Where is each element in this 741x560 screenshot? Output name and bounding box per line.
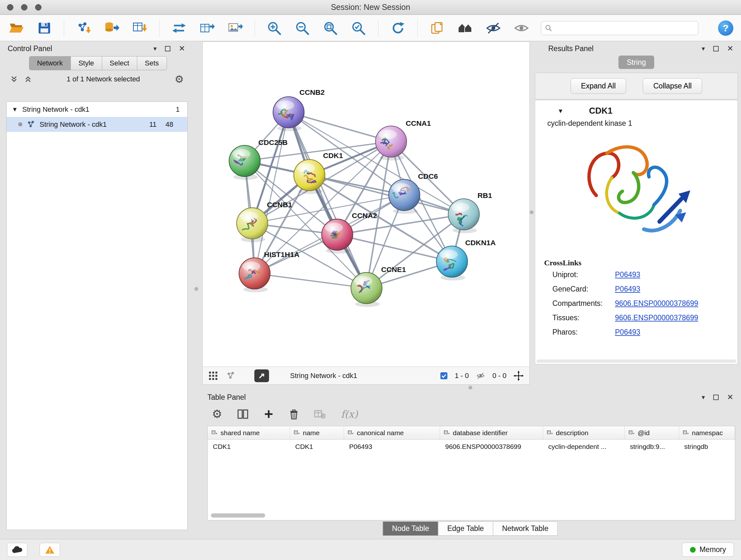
string-tab[interactable]: String: [618, 56, 654, 69]
chevron-down-icon[interactable]: ▾: [702, 393, 705, 401]
disclosure-icon[interactable]: ▼: [557, 108, 563, 115]
zoom-selected-icon[interactable]: [350, 20, 367, 37]
import-table-icon[interactable]: [131, 20, 148, 37]
network-overview-icon[interactable]: [226, 371, 235, 380]
close-panel-icon[interactable]: ✕: [727, 393, 733, 401]
horizontal-scrollbar[interactable]: [211, 513, 265, 517]
crosslink-tissues[interactable]: 9606.ENSP00000378699: [615, 314, 729, 322]
network-edge[interactable]: [255, 112, 289, 273]
close-window-button[interactable]: [7, 4, 13, 10]
hidden-eye-icon[interactable]: [476, 372, 485, 380]
hide-graphics-icon[interactable]: [485, 20, 502, 37]
expand-all-button[interactable]: Expand All: [570, 78, 626, 94]
column-header-canonical-name[interactable]: canonical name: [344, 426, 440, 440]
import-network-database-icon[interactable]: [103, 20, 120, 37]
network-edge[interactable]: [337, 235, 452, 261]
pan-crosshair-icon[interactable]: [514, 371, 524, 381]
import-network-file-icon[interactable]: [75, 20, 92, 37]
network-node-rb1[interactable]: RB1: [448, 191, 492, 233]
delete-table-icon[interactable]: [314, 409, 326, 419]
horizontal-splitter-handle[interactable]: [468, 386, 472, 389]
memory-button[interactable]: Memory: [682, 543, 734, 557]
column-header-description[interactable]: description: [543, 426, 625, 440]
function-builder-icon[interactable]: f(x): [341, 408, 358, 420]
tab-network-table[interactable]: Network Table: [493, 521, 557, 536]
disclosure-icon[interactable]: ▼: [12, 106, 18, 113]
network-node-ccnb2[interactable]: CCNB2: [273, 88, 325, 131]
grid-view-icon[interactable]: [208, 371, 218, 381]
minimize-window-button[interactable]: [21, 4, 27, 10]
collapse-all-icon[interactable]: [24, 75, 32, 83]
chevron-down-icon[interactable]: ▾: [702, 45, 705, 52]
zoom-out-icon[interactable]: [294, 20, 311, 37]
tab-network[interactable]: Network: [29, 56, 71, 70]
open-session-icon[interactable]: [8, 20, 25, 37]
expand-all-icon[interactable]: [10, 75, 18, 83]
warning-button[interactable]: [40, 543, 60, 557]
network-node-cdc6[interactable]: CDC6: [387, 172, 438, 214]
table-settings-gear-icon[interactable]: ⚙: [212, 408, 222, 420]
crosslink-compartments[interactable]: 9606.ENSP00000378699: [615, 299, 729, 308]
save-session-icon[interactable]: [36, 20, 53, 37]
help-button[interactable]: ?: [718, 20, 733, 36]
results-scrollbar[interactable]: [536, 360, 736, 363]
zoom-fit-icon[interactable]: [322, 20, 339, 37]
zoom-window-button[interactable]: [35, 4, 42, 10]
home-networks-icon[interactable]: [457, 20, 474, 37]
crosslink-pharos[interactable]: P06493: [615, 328, 729, 336]
close-panel-icon[interactable]: ✕: [727, 44, 733, 53]
table-cell[interactable]: CDK1: [290, 440, 344, 454]
column-header-id[interactable]: @id: [625, 426, 679, 440]
table-row[interactable]: CDK1 CDK1 P06493 9606.ENSP00000378699 cy…: [208, 440, 735, 454]
network-row-selected[interactable]: String Network - cdk1 11 48: [7, 117, 187, 132]
search-input[interactable]: [555, 24, 694, 32]
crosslink-genecard[interactable]: P06493: [615, 285, 729, 294]
chevron-down-icon[interactable]: ▾: [153, 45, 157, 52]
crosslink-uniprot[interactable]: P06493: [615, 270, 729, 279]
tab-select[interactable]: Select: [102, 56, 137, 70]
column-header-database-identifier[interactable]: database identifier: [440, 426, 543, 440]
tab-sets[interactable]: Sets: [137, 56, 167, 70]
zoom-in-icon[interactable]: [266, 20, 283, 37]
tab-edge-table[interactable]: Edge Table: [438, 521, 493, 536]
network-edge[interactable]: [255, 273, 367, 288]
tab-style[interactable]: Style: [71, 56, 102, 70]
float-panel-icon[interactable]: [165, 46, 171, 51]
table-cell[interactable]: stringdb: [679, 440, 735, 454]
network-edge[interactable]: [288, 112, 391, 142]
network-node-cdkn1a[interactable]: CDKN1A: [436, 239, 495, 281]
float-panel-icon[interactable]: [713, 395, 719, 400]
table-cell[interactable]: cyclin-dependent ...: [543, 440, 625, 454]
vertical-splitter-handle[interactable]: [530, 210, 534, 214]
selected-checkbox-icon[interactable]: [440, 372, 448, 380]
tab-node-table[interactable]: Node Table: [383, 521, 439, 536]
search-field[interactable]: [541, 21, 698, 35]
close-panel-icon[interactable]: ✕: [179, 44, 185, 53]
protein-section-header[interactable]: ▼ CDK1: [543, 100, 729, 119]
gear-icon[interactable]: ⚙: [175, 74, 184, 84]
show-graphics-icon[interactable]: [513, 20, 530, 37]
add-row-icon[interactable]: [264, 409, 274, 419]
column-header-namespace[interactable]: namespac: [679, 426, 735, 440]
network-node-hist1h1a[interactable]: HIST1H1A: [239, 250, 299, 293]
column-header-shared-name[interactable]: shared name: [208, 426, 290, 440]
network-edge[interactable]: [288, 112, 366, 288]
network-collection-row[interactable]: ▼ String Network - cdk1 1: [7, 102, 187, 117]
table-cell[interactable]: P06493: [344, 440, 440, 454]
table-cell[interactable]: 9606.ENSP00000378699: [440, 440, 543, 454]
delete-trash-icon[interactable]: [289, 409, 299, 420]
duplicate-document-icon[interactable]: [428, 20, 446, 37]
column-header-name[interactable]: name: [290, 426, 344, 440]
table-cell[interactable]: CDK1: [208, 440, 290, 454]
refresh-icon[interactable]: [389, 20, 407, 37]
cloud-button[interactable]: [7, 543, 27, 557]
detach-view-button[interactable]: [254, 369, 269, 382]
network-swap-icon[interactable]: [171, 20, 188, 37]
table-cell[interactable]: stringdb:9...: [625, 440, 679, 454]
network-node-cdk1[interactable]: CDK1: [294, 151, 343, 194]
vertical-splitter-handle[interactable]: [194, 287, 198, 291]
collapse-all-button[interactable]: Collapse All: [643, 78, 702, 94]
float-panel-icon[interactable]: [713, 46, 719, 51]
export-image-icon[interactable]: [226, 20, 244, 37]
network-canvas[interactable]: CCNB2CCNA1CDC25BCDK1CDC6RB1CCNB1CCNA2CDK…: [203, 42, 529, 367]
